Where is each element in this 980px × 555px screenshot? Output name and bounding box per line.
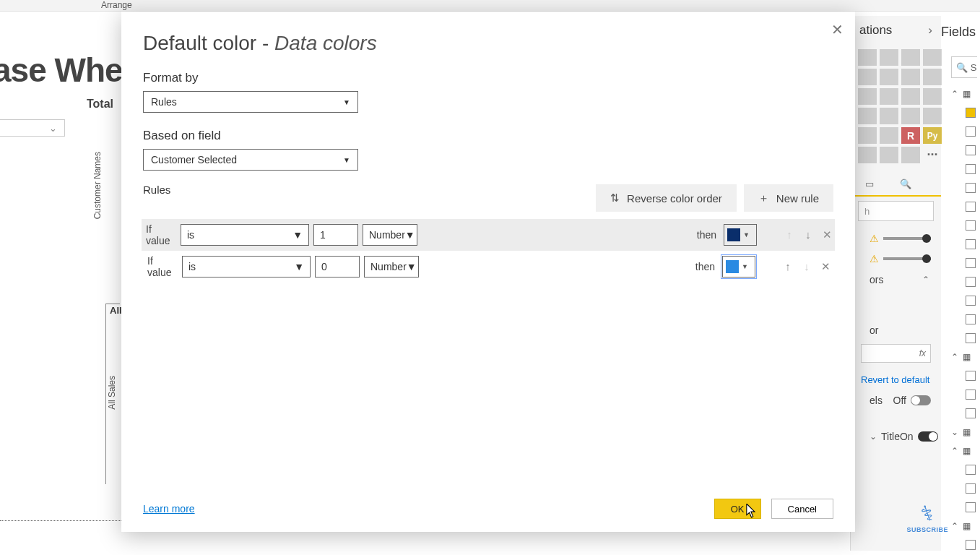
format-item-title[interactable]: ⌄ Title On — [851, 426, 941, 447]
format-slider-2[interactable]: ⚠ — [851, 249, 941, 269]
dna-icon: ⚕ — [918, 499, 937, 527]
viz-icon[interactable] — [858, 69, 877, 85]
caret-down-icon: ▼ — [405, 229, 415, 241]
move-down-icon: ↓ — [800, 260, 813, 273]
viz-icon-py[interactable]: Py — [923, 127, 942, 144]
viz-icon[interactable] — [880, 49, 898, 66]
chart-frame — [105, 304, 120, 484]
revert-to-default-link[interactable]: Revert to default — [851, 370, 941, 390]
chevron-up-icon[interactable]: ⌃ — [951, 446, 958, 456]
viz-icon[interactable] — [923, 108, 942, 124]
field-checkbox[interactable] — [966, 126, 976, 137]
field-checkbox[interactable] — [966, 314, 976, 324]
rule-type-dropdown[interactable]: Number▼ — [364, 256, 419, 278]
viz-icon[interactable] — [858, 88, 877, 105]
learn-more-link[interactable]: Learn more — [143, 503, 195, 515]
format-item-colors[interactable]: ors⌃ — [851, 269, 941, 291]
slicer-collapse[interactable]: ⌄ — [0, 119, 65, 137]
field-checkbox[interactable] — [966, 220, 976, 231]
viz-more-icon[interactable]: ··· — [923, 147, 942, 163]
field-checkbox[interactable] — [966, 164, 976, 174]
reverse-color-order-button[interactable]: ⇅ Reverse color order — [596, 184, 737, 212]
subscribe-text: SUBSCRIBE — [906, 526, 948, 533]
viz-icon[interactable] — [880, 108, 898, 124]
field-checkbox[interactable] — [966, 408, 976, 418]
format-search[interactable]: h — [858, 201, 934, 221]
rule-operator-dropdown[interactable]: is▼ — [181, 224, 309, 246]
chevron-up-icon[interactable]: ⌃ — [951, 521, 958, 531]
field-checkbox[interactable] — [966, 465, 976, 475]
field-checkbox[interactable] — [966, 371, 976, 381]
viz-icon[interactable] — [901, 69, 920, 85]
viz-icon[interactable] — [901, 108, 920, 124]
fx-button[interactable]: fx — [861, 344, 931, 363]
viz-icon[interactable] — [858, 127, 877, 144]
viz-icon[interactable] — [901, 49, 920, 66]
new-rule-button[interactable]: ＋ New rule — [744, 184, 833, 212]
field-checkbox[interactable] — [966, 108, 976, 118]
field-checkbox[interactable] — [966, 333, 976, 343]
format-item-color[interactable]: or — [851, 319, 941, 341]
field-checkbox[interactable] — [966, 296, 976, 306]
field-checkbox[interactable] — [966, 390, 976, 400]
viz-icon[interactable] — [880, 147, 898, 163]
title-toggle[interactable] — [918, 431, 938, 442]
chevron-down-icon[interactable]: ⌄ — [951, 427, 958, 437]
based-on-field-label: Based on field — [143, 129, 833, 143]
move-up-icon[interactable]: ↑ — [781, 260, 794, 273]
viz-icon[interactable] — [880, 127, 898, 144]
field-checkbox[interactable] — [966, 239, 976, 249]
chevron-right-icon[interactable]: › — [928, 23, 932, 38]
viz-icon[interactable] — [880, 88, 898, 105]
viz-icon[interactable] — [901, 88, 920, 105]
field-checkbox[interactable] — [966, 145, 976, 155]
viz-icon[interactable] — [880, 69, 898, 85]
format-item-labels[interactable]: els Off — [851, 390, 941, 411]
rule-value-input[interactable] — [313, 224, 358, 246]
field-checkbox[interactable] — [966, 258, 976, 268]
viz-icon[interactable] — [923, 88, 942, 105]
field-checkbox[interactable] — [966, 540, 976, 550]
rule-type-dropdown[interactable]: Number▼ — [363, 224, 417, 246]
delete-rule-icon[interactable]: ✕ — [819, 260, 832, 273]
rule-operator-dropdown[interactable]: is▼ — [182, 256, 311, 278]
viz-icon[interactable] — [858, 108, 877, 124]
based-on-field-dropdown[interactable]: Customer Selected▼ — [143, 149, 358, 171]
viz-icon[interactable] — [923, 49, 942, 66]
search-placeholder: h — [864, 206, 870, 217]
data-colors-dialog: ✕ Default color - Data colors Format by … — [121, 12, 855, 532]
color-swatch — [727, 228, 740, 241]
field-checkbox[interactable] — [966, 502, 976, 512]
move-down-icon[interactable]: ↓ — [802, 228, 815, 241]
rule-color-dropdown[interactable]: ▼ — [722, 256, 755, 278]
field-checkbox[interactable] — [966, 202, 976, 212]
fields-search[interactable]: 🔍 S — [951, 56, 977, 78]
warning-icon: ⚠ — [870, 233, 879, 244]
if-value-label: If value — [143, 223, 176, 246]
viz-icon[interactable] — [858, 147, 877, 163]
viz-icon-r[interactable]: R — [901, 127, 920, 144]
field-checkbox[interactable] — [966, 483, 976, 494]
subscribe-watermark: ⚕ SUBSCRIBE — [906, 501, 948, 533]
move-up-icon: ↑ — [783, 228, 796, 241]
viz-icon[interactable] — [923, 69, 942, 85]
format-slider-1[interactable]: ⚠ — [851, 228, 941, 249]
labels-toggle[interactable] — [911, 395, 931, 405]
chevron-up-icon[interactable]: ⌃ — [951, 352, 958, 362]
format-tab-fields[interactable]: ▭ — [859, 173, 880, 194]
rule-value-input[interactable] — [315, 256, 360, 278]
chevron-up-icon[interactable]: ⌃ — [951, 89, 958, 99]
format-tab-analytics[interactable]: 🔍 — [896, 173, 916, 194]
chevron-down-icon: ⌄ — [870, 431, 877, 442]
close-button[interactable]: ✕ — [829, 22, 845, 38]
rule-color-dropdown[interactable]: ▼ — [724, 224, 757, 246]
format-by-dropdown[interactable]: Rules▼ — [143, 91, 358, 113]
delete-rule-icon[interactable]: ✕ — [820, 228, 833, 241]
field-checkbox[interactable] — [966, 183, 976, 193]
cancel-button[interactable]: Cancel — [771, 499, 833, 519]
caret-down-icon: ▼ — [343, 98, 350, 106]
fields-list: ⌃▦ ⌃▦ ⌄▦ ⌃▦ ⌃▦ — [951, 87, 976, 552]
viz-icon[interactable] — [901, 147, 920, 163]
field-checkbox[interactable] — [966, 277, 976, 287]
viz-icon[interactable] — [858, 49, 877, 66]
